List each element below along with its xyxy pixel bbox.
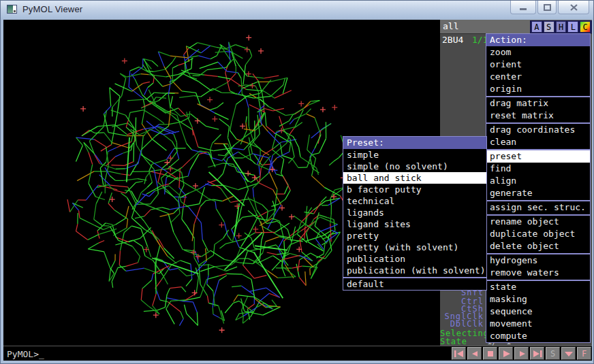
s-button-button[interactable]: S [546, 347, 560, 360]
action-menu-item-state[interactable]: state [486, 281, 590, 293]
skip-start-button[interactable] [452, 347, 466, 360]
action-menu-button[interactable]: A [531, 21, 542, 33]
action-menu-item-origin[interactable]: origin [486, 83, 590, 95]
step-back-button[interactable] [467, 347, 482, 360]
window-title: PyMOL Viewer [22, 4, 82, 14]
close-button[interactable] [558, 1, 589, 14]
preset-menu-item-publication[interactable]: publication [343, 253, 486, 265]
step-back-icon [468, 348, 481, 359]
close-icon [570, 4, 578, 11]
text-cursor: _ [39, 349, 44, 359]
title-bar[interactable]: PyMOL Viewer [1, 1, 594, 18]
app-icon [7, 5, 17, 14]
f-button-button[interactable]: F [577, 347, 591, 360]
action-menu-item-duplicate-object[interactable]: duplicate object [486, 228, 590, 240]
color-menu-button[interactable]: C [580, 21, 591, 33]
down-triangle-button[interactable] [561, 347, 576, 360]
bottom-bar: PyMOL>_ SF [3, 346, 592, 361]
maximize-button[interactable] [537, 1, 557, 14]
mouse-legend-key-dblclk: DblClk [440, 320, 486, 328]
action-menu-item-sequence[interactable]: sequence [486, 305, 590, 318]
preset-menu-item-publication-with-solvent-[interactable]: publication (with solvent) [343, 265, 486, 276]
minimize-icon [519, 4, 527, 10]
preset-menu-item-simple[interactable]: simple [343, 149, 486, 161]
f-button: F [582, 349, 587, 359]
down-triangle-icon [562, 348, 575, 359]
action-menu-item-remove-waters[interactable]: remove waters [486, 267, 590, 279]
action-menu-item-orient[interactable]: orient [486, 59, 590, 71]
object-row-2bu4[interactable]: 2BU4 1/1 [440, 34, 486, 47]
object-name[interactable]: 2BU4 [442, 35, 463, 45]
action-menu-item-clean[interactable]: clean [486, 136, 590, 148]
skip-end-icon [531, 348, 544, 359]
show-menu-button[interactable]: S [544, 21, 554, 33]
action-menu-item-drag-matrix[interactable]: drag matrix [486, 97, 590, 110]
s-button: S [550, 349, 555, 359]
action-menu-item-reset-matrix[interactable]: reset matrix [486, 110, 590, 122]
preset-menu-item-technical[interactable]: technical [343, 195, 486, 207]
stop-button[interactable] [483, 347, 497, 360]
all-object-label[interactable]: all [443, 21, 458, 31]
preset-menu-item-simple-no-solvent-[interactable]: simple (no solvent) [343, 161, 486, 172]
action-menu-item-find[interactable]: find [486, 163, 590, 175]
command-input[interactable]: PyMOL>_ [7, 349, 44, 359]
play-icon [499, 348, 512, 359]
action-menu-item-movement[interactable]: movement [486, 318, 590, 330]
action-menu-item-assign-sec-struc-[interactable]: assign sec. struc. [486, 201, 590, 214]
action-menu-item-delete-object[interactable]: delete object [486, 240, 590, 252]
state-label: State [440, 337, 467, 346]
action-menu-item-zoom[interactable]: zoom [486, 46, 590, 59]
preset-menu-item-ball-and-stick[interactable]: ball and stick [343, 172, 486, 184]
step-forward-button[interactable] [514, 347, 529, 360]
minimize-button[interactable] [510, 1, 536, 14]
preset-menu-item-default[interactable]: default [343, 278, 486, 290]
action-menu: Action: zoomorientcenterorigindrag matri… [486, 33, 591, 343]
preset-menu-item-b-factor-putty[interactable]: b factor putty [343, 184, 486, 195]
action-menu-item-center[interactable]: center [486, 71, 590, 83]
skip-start-icon [452, 348, 465, 359]
preset-menu-item-ligands[interactable]: ligands [343, 207, 486, 218]
maximize-icon [544, 4, 551, 11]
step-forward-icon [515, 348, 528, 359]
action-menu-title: Action: [486, 34, 590, 46]
preset-menu-title: Preset: [343, 137, 486, 149]
preset-menu-item-pretty-with-solvent-[interactable]: pretty (with solvent) [343, 242, 486, 253]
action-menu-item-generate[interactable]: generate [486, 187, 590, 199]
preset-menu: Preset: simplesimple (no solvent)ball an… [343, 136, 487, 291]
skip-end-button[interactable] [530, 347, 544, 360]
pymol-viewer-window: PyMOL Viewer all ASHLC 2BU4 1/1 ShftCtrl… [0, 0, 594, 364]
play-button[interactable] [499, 347, 513, 360]
action-menu-item-align[interactable]: align [486, 175, 590, 187]
action-menu-item-preset[interactable]: preset [486, 150, 590, 163]
ashlc-buttons: ASHLC [530, 20, 592, 33]
preset-menu-item-pretty[interactable]: pretty [343, 230, 486, 242]
movie-playback-bar: SF [450, 347, 591, 360]
stop-icon [484, 348, 497, 359]
action-menu-item-rename-object[interactable]: rename object [486, 216, 590, 228]
label-menu-button[interactable]: L [567, 21, 578, 33]
action-menu-item-hydrogens[interactable]: hydrogens [486, 254, 590, 267]
preset-menu-item-ligand-sites[interactable]: ligand sites [343, 218, 486, 230]
action-menu-item-compute[interactable]: compute [486, 330, 590, 342]
action-menu-item-masking[interactable]: masking [486, 293, 590, 305]
hide-menu-button[interactable]: H [556, 21, 567, 33]
action-menu-item-drag-coordinates[interactable]: drag coordinates [486, 124, 590, 136]
